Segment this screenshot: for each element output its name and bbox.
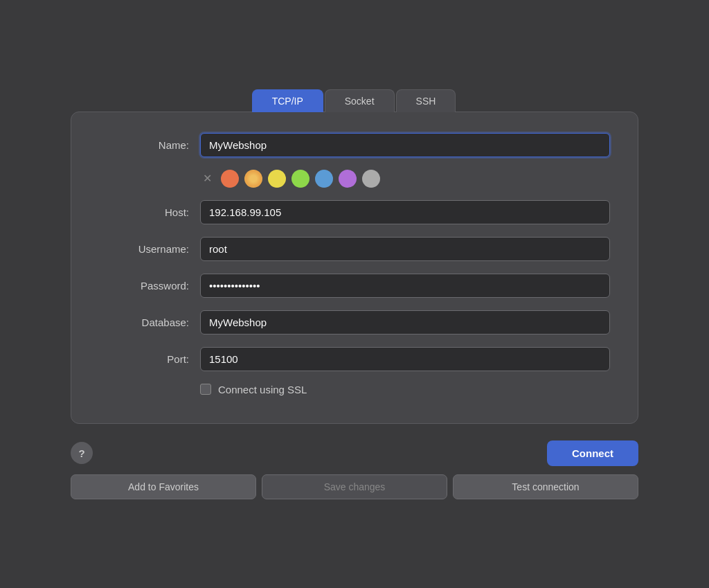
database-input[interactable] — [200, 310, 610, 335]
username-row: Username: — [99, 237, 610, 261]
database-row: Database: — [99, 310, 610, 335]
connection-panel: Name: ✕ Host: Username: Password: — [71, 112, 638, 424]
color-dot-orange-pattern[interactable] — [244, 170, 262, 188]
ssl-row: Connect using SSL — [99, 384, 610, 395]
save-changes-button[interactable]: Save changes — [262, 474, 447, 499]
color-picker-row: ✕ — [99, 170, 610, 188]
port-label: Port: — [99, 353, 189, 365]
color-dot-yellow[interactable] — [268, 170, 286, 188]
username-input[interactable] — [200, 237, 610, 261]
tab-tcpip[interactable]: TCP/IP — [252, 89, 323, 112]
help-button[interactable]: ? — [71, 442, 93, 464]
port-row: Port: — [99, 347, 610, 371]
add-to-favorites-button[interactable]: Add to Favorites — [71, 474, 256, 499]
port-input[interactable] — [200, 347, 610, 371]
color-dot-orange[interactable] — [221, 170, 239, 188]
username-label: Username: — [99, 243, 189, 255]
tab-socket[interactable]: Socket — [325, 89, 395, 112]
color-dot-purple[interactable] — [339, 170, 357, 188]
name-label: Name: — [99, 139, 189, 151]
password-row: Password: — [99, 274, 610, 298]
ssl-label: Connect using SSL — [218, 384, 307, 395]
action-bar: Add to Favorites Save changes Test conne… — [71, 474, 638, 499]
tab-ssh[interactable]: SSH — [396, 89, 456, 112]
name-row: Name: — [99, 133, 610, 157]
password-label: Password: — [99, 280, 189, 292]
bottom-bar: ? Connect — [71, 440, 638, 466]
ssl-checkbox[interactable] — [200, 384, 211, 395]
host-label: Host: — [99, 206, 189, 218]
test-connection-button[interactable]: Test connection — [453, 474, 638, 499]
connect-button[interactable]: Connect — [547, 440, 638, 466]
password-input[interactable] — [200, 274, 610, 298]
host-row: Host: — [99, 200, 610, 224]
color-dot-green[interactable] — [291, 170, 309, 188]
tab-bar: TCP/IP Socket SSH — [252, 89, 458, 112]
host-input[interactable] — [200, 200, 610, 224]
name-input[interactable] — [200, 133, 610, 157]
color-dot-gray[interactable] — [362, 170, 380, 188]
color-dot-blue[interactable] — [315, 170, 333, 188]
database-label: Database: — [99, 317, 189, 328]
color-clear-icon[interactable]: ✕ — [200, 172, 214, 186]
